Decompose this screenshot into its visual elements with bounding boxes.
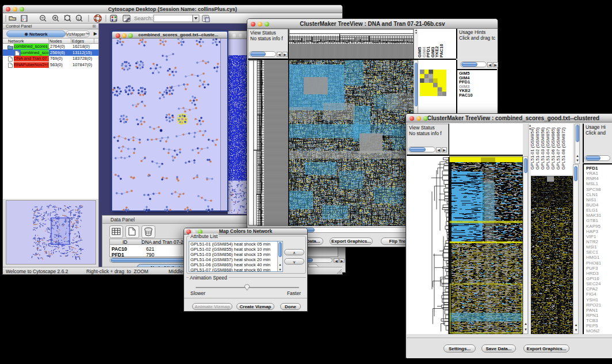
svg-text:PAC10: PAC10 — [439, 44, 444, 58]
svg-text:Search:: Search: — [134, 15, 153, 21]
svg-text:GPL51-07 (GSM868): GPL51-07 (GSM868) — [556, 127, 561, 170]
svg-text:1:1: 1:1 — [78, 17, 82, 20]
svg-text:GPL51-04 (GSM857): GPL51-04 (GSM857) — [545, 127, 550, 170]
svg-text:GPL51-08 (GSM872): GPL51-08 (GSM872) — [561, 127, 566, 170]
svg-text:GPL51-02 (GSM855): GPL51-02 (GSM855) — [535, 127, 540, 170]
svg-text:GPL51-03 (GSM856): GPL51-03 (GSM856) — [540, 127, 545, 170]
svg-text:GPL51-06 (GSM865): GPL51-06 (GSM865) — [550, 127, 556, 170]
svg-text:GPL51-01 (GSM854): GPL51-01 (GSM854) — [531, 127, 535, 170]
